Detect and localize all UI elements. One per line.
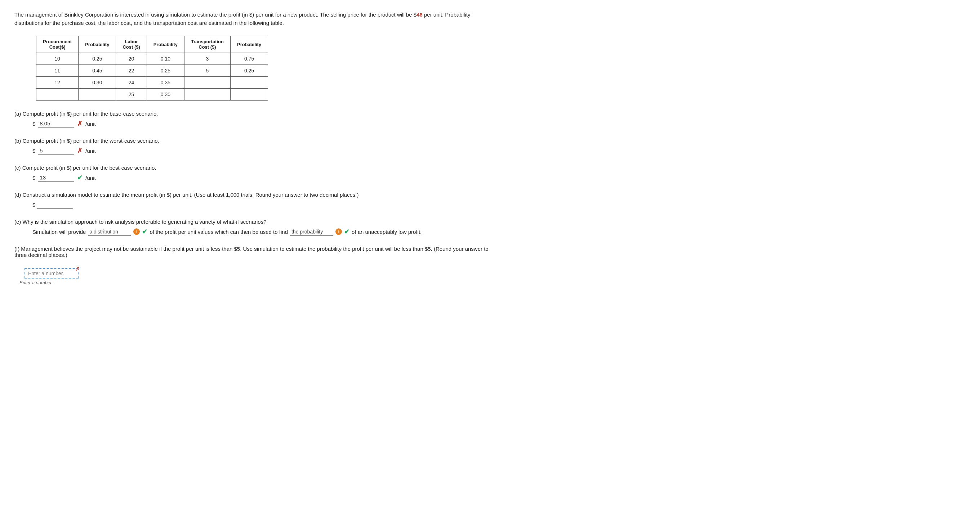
question-b-dollar: $ — [32, 148, 35, 154]
question-a-input[interactable] — [38, 119, 74, 127]
question-d: (d) Construct a simulation model to esti… — [14, 192, 490, 209]
question-b-cross-icon: ✗ — [77, 147, 83, 155]
question-d-input[interactable] — [37, 201, 73, 209]
question-e-check-icon1: ✔ — [142, 228, 147, 236]
question-c-unit: /unit — [85, 175, 95, 181]
price-value: 46 — [417, 11, 423, 18]
question-e-check-icon2: ✔ — [344, 228, 350, 236]
probability-table: ProcurementCost($) Probability LaborCost… — [36, 36, 268, 100]
question-e-label: (e) Why is the simulation approach to ri… — [14, 219, 490, 225]
table-cell: 0.25 — [146, 65, 184, 77]
col-header-prob1: Probability — [78, 36, 116, 53]
question-e-sentence-start: Simulation will provide — [32, 229, 86, 235]
question-d-label: (d) Construct a simulation model to esti… — [14, 192, 490, 198]
table-cell — [184, 77, 230, 89]
question-f-label: (f) Management believes the project may … — [14, 246, 490, 258]
question-e-answer-row: Simulation will provide i ✔ of the profi… — [32, 228, 490, 236]
question-a-unit: /unit — [85, 121, 95, 127]
table-cell: 20 — [116, 53, 146, 65]
question-e-sentence-end: of an unacceptably low profit. — [352, 229, 422, 235]
question-f-input[interactable] — [28, 271, 75, 276]
table-cell: 24 — [116, 77, 146, 89]
question-c: (c) Compute profit (in $) per unit for t… — [14, 165, 490, 182]
table-cell: 10 — [37, 53, 78, 65]
question-a-label: (a) Compute profit (in $) per unit for t… — [14, 111, 490, 117]
table-row: 100.25200.1030.75 — [37, 53, 268, 65]
table-cell — [37, 89, 78, 100]
question-c-dollar: $ — [32, 175, 35, 181]
intro-paragraph: The management of Brinkley Corporation i… — [14, 11, 490, 27]
table-cell: 3 — [184, 53, 230, 65]
table-cell: 0.45 — [78, 65, 116, 77]
table-cell: 12 — [37, 77, 78, 89]
question-f: (f) Management believes the project may … — [14, 246, 490, 285]
question-c-check-icon: ✔ — [77, 174, 83, 182]
col-header-procurement: ProcurementCost($) — [37, 36, 78, 53]
question-d-answer-row: $ — [32, 201, 490, 209]
question-c-label: (c) Compute profit (in $) per unit for t… — [14, 165, 490, 171]
table-cell: 0.25 — [78, 53, 116, 65]
table-cell — [230, 89, 268, 100]
question-a-cross-icon: ✗ — [77, 119, 83, 127]
table-cell — [78, 89, 116, 100]
question-b-unit: /unit — [85, 148, 95, 154]
question-f-cross-icon[interactable]: ✗ — [76, 266, 80, 272]
question-a: (a) Compute profit (in $) per unit for t… — [14, 111, 490, 127]
question-e-sentence-middle: of the profit per unit values which can … — [150, 229, 288, 235]
question-c-input[interactable] — [38, 174, 74, 182]
table-row: 120.30240.35 — [37, 77, 268, 89]
col-header-transport: TransportationCost ($) — [184, 36, 230, 53]
question-f-input-wrapper: ✗ — [24, 268, 78, 279]
table-cell: 0.25 — [230, 65, 268, 77]
col-header-prob2: Probability — [146, 36, 184, 53]
table-cell: 5 — [184, 65, 230, 77]
table-cell: 0.30 — [146, 89, 184, 100]
table-cell: 0.35 — [146, 77, 184, 89]
question-e: (e) Why is the simulation approach to ri… — [14, 219, 490, 236]
table-row: 110.45220.2550.25 — [37, 65, 268, 77]
probability-table-wrapper: ProcurementCost($) Probability LaborCost… — [36, 36, 490, 100]
table-cell — [184, 89, 230, 100]
question-b-answer-row: $ ✗ /unit — [32, 147, 490, 155]
table-cell — [230, 77, 268, 89]
intro-text-before: The management of Brinkley Corporation i… — [14, 11, 417, 18]
question-f-placeholder-hint: Enter a number. — [19, 280, 53, 285]
question-a-answer-row: $ ✗ /unit — [32, 119, 490, 127]
table-cell: 0.30 — [78, 77, 116, 89]
table-cell: 11 — [37, 65, 78, 77]
question-e-info-icon2[interactable]: i — [336, 228, 342, 235]
question-d-dollar: $ — [32, 202, 35, 208]
table-cell: 0.10 — [146, 53, 184, 65]
question-a-dollar: $ — [32, 121, 35, 127]
question-e-input2[interactable] — [290, 228, 333, 236]
table-cell: 22 — [116, 65, 146, 77]
question-b-input[interactable] — [38, 147, 74, 155]
question-e-input1[interactable] — [88, 228, 131, 236]
table-cell: 25 — [116, 89, 146, 100]
question-b: (b) Compute profit (in $) per unit for t… — [14, 138, 490, 155]
question-e-info-icon1[interactable]: i — [133, 228, 140, 235]
question-c-answer-row: $ ✔ /unit — [32, 174, 490, 182]
col-header-prob3: Probability — [230, 36, 268, 53]
table-row: 250.30 — [37, 89, 268, 100]
col-header-labor: LaborCost ($) — [116, 36, 146, 53]
table-cell: 0.75 — [230, 53, 268, 65]
question-b-label: (b) Compute profit (in $) per unit for t… — [14, 138, 490, 144]
